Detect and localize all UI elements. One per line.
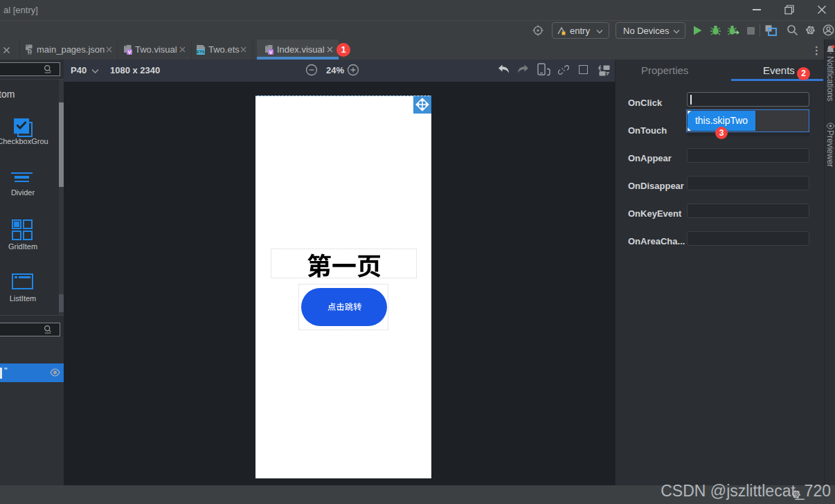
svg-text:V: V (269, 49, 272, 55)
svg-text:V: V (127, 49, 131, 55)
svg-text:ETS: ETS (197, 50, 205, 54)
